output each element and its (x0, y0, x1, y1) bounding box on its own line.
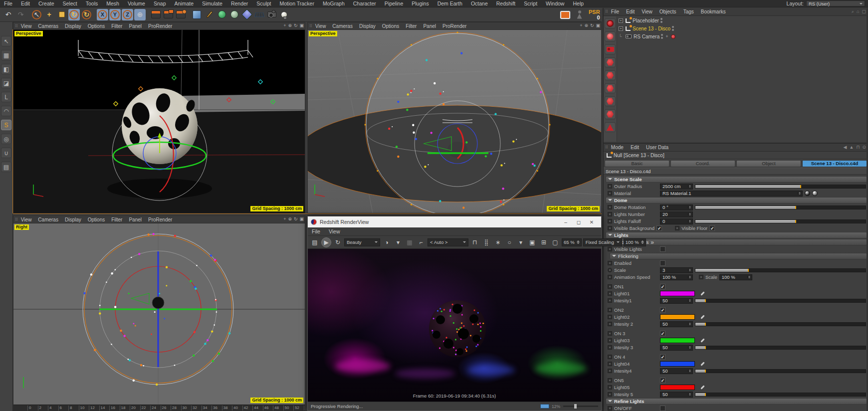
maximize-button[interactable]: ◻ (572, 219, 585, 225)
param-handle[interactable] (608, 268, 612, 272)
tool-torus[interactable]: ◎ (1, 134, 11, 144)
section-lights[interactable]: Lights (606, 232, 867, 238)
param-handle[interactable] (608, 261, 612, 265)
tab-coord-[interactable]: Coord. (670, 160, 735, 167)
add-cube-icon[interactable] (191, 9, 203, 20)
eyedropper-icon[interactable] (700, 291, 705, 296)
tool-pen[interactable]: ◠ (1, 106, 11, 116)
viewport-menu-options[interactable]: Options (88, 217, 105, 222)
preset-light-icon[interactable] (605, 31, 616, 41)
viewport-canvas[interactable]: Perspective (308, 30, 601, 213)
viewport-menu-display[interactable]: Display (65, 217, 81, 222)
viewport-menu-prorender[interactable]: ProRender (442, 23, 466, 29)
zoom-value[interactable]: 65 % (562, 238, 582, 246)
value-field[interactable]: 50 (660, 392, 693, 398)
viewport-menu-panel[interactable]: Panel (129, 217, 142, 222)
menu-window[interactable]: Window (546, 0, 564, 6)
object-row-placeholder[interactable]: +Placeholder (618, 16, 868, 24)
maximize-view-icon[interactable]: ▣ (299, 23, 304, 28)
viewport-menu-view[interactable]: View (21, 23, 32, 29)
undo-icon[interactable]: ↶ (2, 9, 14, 20)
menu-simulate[interactable]: Simulate (202, 0, 222, 6)
expander-icon[interactable]: + (619, 26, 623, 31)
circle-icon[interactable]: ○ (504, 237, 514, 247)
rotate-icon[interactable]: ↻ (68, 9, 80, 20)
menu-redshift[interactable]: Redshift (496, 0, 516, 6)
viewport-menu-panel[interactable]: Panel (423, 23, 436, 29)
zoom-icon[interactable]: ⊕ (288, 216, 292, 221)
viewport-menu-cameras[interactable]: Cameras (38, 217, 58, 222)
viewport-menu-prorender[interactable]: ProRender (148, 23, 172, 29)
progress-slider[interactable] (563, 406, 598, 407)
preset-disco-icon[interactable] (605, 57, 616, 67)
value-field[interactable]: 50 (660, 368, 693, 374)
param-handle[interactable] (608, 226, 612, 230)
save-plus-icon[interactable]: ⊞ (539, 237, 549, 247)
camera-select[interactable]: < Auto > (428, 238, 468, 246)
pan-icon[interactable]: + (580, 23, 582, 28)
preset-cone-icon[interactable] (605, 122, 616, 132)
up-icon[interactable]: ▲ (850, 145, 854, 150)
param-handle[interactable] (608, 338, 612, 343)
x-axis-lock-icon[interactable]: X (97, 9, 108, 20)
zoom-icon[interactable]: ⊕ (584, 23, 588, 28)
param-handle[interactable] (608, 315, 612, 319)
generator-icon[interactable] (216, 9, 227, 20)
color-swatch[interactable] (660, 314, 695, 320)
section-flickering[interactable]: Flickering (610, 253, 867, 259)
viewport-menu-view[interactable]: View (21, 217, 32, 222)
om-menu-objects[interactable]: Objects (659, 9, 676, 14)
param-handle[interactable] (608, 247, 612, 251)
value-field[interactable]: RS Material.1 (660, 191, 803, 197)
om-menu-file[interactable]: File (611, 9, 619, 14)
menu-character[interactable]: Character (353, 0, 376, 6)
tool-brush[interactable]: ◧ (1, 64, 11, 74)
texture-ball-icon[interactable] (805, 191, 810, 196)
menu-volume[interactable]: Volume (128, 0, 145, 6)
menu-help[interactable]: Help (573, 0, 584, 6)
viewport-menu-cameras[interactable]: Cameras (332, 23, 353, 29)
om-menu-edit[interactable]: Edit (626, 9, 635, 14)
viewport-menu-view[interactable]: View (315, 23, 326, 29)
viewport-menu-options[interactable]: Options (382, 23, 399, 29)
minimize-button[interactable]: – (559, 219, 572, 225)
param-handle[interactable] (608, 378, 612, 383)
param-handle[interactable] (699, 275, 703, 279)
pen-spline-icon[interactable] (204, 9, 215, 20)
slider[interactable] (695, 322, 866, 326)
close-button[interactable]: ✕ (585, 219, 598, 225)
checkbox[interactable]: ✓ (656, 225, 662, 231)
rotate-view-icon[interactable]: ↻ (590, 23, 594, 28)
viewport-menu-display[interactable]: Display (359, 23, 376, 29)
menu-file[interactable]: File (4, 0, 12, 6)
param-handle[interactable] (608, 362, 612, 366)
save-alt-icon[interactable]: ▢ (550, 237, 560, 247)
param-handle[interactable] (608, 369, 612, 373)
visibility-toggles[interactable] (660, 18, 662, 23)
object-row-rs-camera[interactable]: └RS Camera+ (618, 32, 868, 40)
preset-disco-icon[interactable] (605, 70, 616, 80)
slider[interactable] (695, 219, 866, 223)
section-refine-lights[interactable]: Refine Lights (606, 398, 867, 405)
save-image-icon[interactable]: ▣ (527, 237, 537, 247)
param-handle[interactable] (608, 355, 612, 359)
viewport-menu-filter[interactable]: Filter (406, 23, 417, 29)
value-field[interactable]: 0 (660, 218, 693, 224)
rv-menu-file[interactable]: File (312, 228, 320, 234)
tool-box-select[interactable]: ▦ (1, 50, 11, 60)
checkbox[interactable]: ✓ (660, 307, 665, 313)
menu-mograph[interactable]: MoGraph (323, 0, 345, 6)
lock-icon[interactable]: ⊓ (856, 145, 860, 150)
menu-tools[interactable]: Tools (86, 0, 98, 6)
texture-ball2-icon[interactable] (812, 191, 818, 196)
scaling-select[interactable]: Fixed Scaling (583, 238, 622, 246)
rotate-last-icon[interactable]: ↻ (81, 9, 92, 20)
snapshot-icon[interactable]: ▤ (310, 237, 320, 247)
tool-mirror[interactable]: ▤ (1, 162, 11, 172)
menu-select[interactable]: Select (63, 0, 77, 6)
color-swatch[interactable] (660, 361, 695, 367)
slider[interactable] (695, 206, 866, 209)
param-handle[interactable] (608, 219, 612, 223)
camera-icon[interactable] (266, 9, 277, 20)
bucket-grid-icon[interactable]: ⣿ (481, 237, 491, 247)
